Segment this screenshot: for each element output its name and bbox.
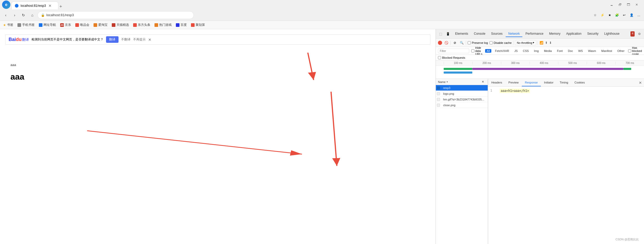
extensions-button[interactable]: 🧩: [614, 12, 620, 18]
home-button[interactable]: ⌂: [29, 11, 36, 19]
new-tab-button[interactable]: +: [59, 4, 62, 9]
request-item-resp3[interactable]: resp3: [436, 85, 488, 91]
translate-close-button[interactable]: ✕: [148, 38, 151, 42]
no-translate-button[interactable]: 不翻译: [121, 37, 131, 42]
tab-response[interactable]: Response: [522, 79, 541, 86]
forward-button[interactable]: ›: [11, 11, 18, 19]
has-blocked-label: Has blocked cooki: [632, 46, 642, 56]
img-icon2: [437, 98, 440, 101]
filter-type-media[interactable]: Media: [542, 49, 553, 53]
back-button[interactable]: ‹: [2, 11, 9, 19]
star2-button[interactable]: ★: [606, 12, 613, 18]
maximize-button[interactable]: 🗗: [617, 2, 623, 8]
request-list: resp3 logo.png: [436, 85, 488, 244]
star-button[interactable]: ☆: [592, 12, 598, 18]
has-blocked-cookies-checkbox[interactable]: Has blocked cooki: [628, 46, 642, 56]
lightning-button[interactable]: ⚡: [599, 12, 605, 18]
response-close-button[interactable]: ✕: [639, 81, 642, 85]
record-button[interactable]: [438, 41, 442, 45]
clear-button[interactable]: 🚫: [444, 40, 449, 45]
bookmark-item-baidu[interactable]: 百度: [176, 23, 187, 27]
response-tabs: Headers Preview Response Initiator Timin…: [488, 79, 644, 87]
search-icon[interactable]: 🔍: [459, 40, 464, 45]
preserve-log-checkbox[interactable]: Preserve log: [468, 41, 488, 44]
bookmark-item-ju[interactable]: 聚划算: [191, 23, 205, 27]
bookmark-item-mobile[interactable]: 手机书签: [17, 23, 35, 27]
bookmark-item-jd[interactable]: JD 京东: [60, 23, 71, 27]
divider2: [466, 41, 466, 45]
tab-sources[interactable]: Sources: [488, 31, 505, 37]
mobile-icon: [17, 23, 21, 27]
bookmark-label: 爱淘宝: [98, 23, 108, 27]
blocked-requests-row: Blocked Requests: [436, 55, 644, 61]
bookmark-item-tmall[interactable]: 天猫精选: [112, 23, 129, 27]
tab-preview[interactable]: Preview: [505, 79, 522, 86]
tab-cookies[interactable]: Cookies: [571, 79, 588, 86]
hide-data-urls-checkbox[interactable]: Hide data URLs: [471, 46, 483, 56]
bookmark-item-games[interactable]: 热门游戏: [154, 23, 172, 27]
inspect-icon[interactable]: ⬚: [438, 31, 443, 37]
filter-type-font[interactable]: Font: [555, 49, 564, 53]
upload-icon[interactable]: ⬆: [545, 41, 548, 45]
tab-timing[interactable]: Timing: [556, 79, 571, 86]
address-bar[interactable]: 🔒 localhost:81/resp3: [38, 11, 194, 19]
tab-lighthouse[interactable]: Lighthouse: [602, 31, 622, 37]
tab-security[interactable]: Security: [585, 31, 601, 37]
filter-type-fetch[interactable]: Fetch/XHR: [493, 49, 511, 53]
filter-type-img[interactable]: Img: [532, 49, 540, 53]
translate-button[interactable]: 翻译: [106, 36, 119, 43]
filter-input[interactable]: [438, 49, 469, 53]
filter-type-ws[interactable]: WS: [577, 49, 584, 53]
download-icon[interactable]: ⬇: [549, 41, 552, 45]
bookmark-item-nav[interactable]: 网址导航: [39, 23, 56, 27]
minimize-button[interactable]: 🗕: [609, 2, 615, 8]
star-icon: ★: [3, 23, 6, 27]
filter-type-manifest[interactable]: Manifest: [600, 49, 614, 53]
bookmarks-bar: ★ 书签 手机书签 网址导航 JD 京东 唯品会 爱淘宝 天猫精选: [0, 21, 644, 29]
tab-console[interactable]: Console: [471, 31, 488, 37]
blocked-requests-checkbox[interactable]: Blocked Requests: [438, 56, 465, 59]
bookmark-item-vip[interactable]: 唯品会: [75, 23, 89, 27]
tab-network[interactable]: Network: [506, 31, 522, 37]
col-close-icon[interactable]: ✕: [480, 80, 485, 84]
filter-type-other[interactable]: Other: [616, 49, 626, 53]
tab-memory[interactable]: Memory: [547, 31, 563, 37]
request-item-hm[interactable]: hm.gif?si=3b231847743b9335...: [436, 97, 488, 102]
tab-elements[interactable]: Elements: [453, 31, 471, 37]
tab-initiator[interactable]: Initiator: [541, 79, 556, 86]
img-icon: [437, 92, 440, 95]
filter-type-all[interactable]: All: [485, 49, 491, 53]
throttling-dropdown[interactable]: No throttling ▾: [515, 40, 536, 45]
close-button[interactable]: ✕: [634, 2, 640, 8]
bookmark-item-star[interactable]: ★ 书签: [3, 23, 13, 27]
profile-button[interactable]: 👤: [628, 12, 635, 18]
tab-performance[interactable]: Performance: [523, 31, 546, 37]
filter-type-doc[interactable]: Doc: [566, 49, 575, 53]
tab-close-button[interactable]: ✕: [48, 3, 52, 8]
disable-cache-checkbox[interactable]: Disable cache: [490, 41, 512, 44]
undo-button[interactable]: ↩: [621, 12, 627, 18]
active-tab[interactable]: localhost:81/resp3 ✕: [11, 2, 58, 9]
tl-bar-blue: [444, 72, 472, 74]
devtools-right-icons: 4 ⚙: [630, 31, 642, 37]
filter-type-css[interactable]: CSS: [521, 49, 530, 53]
bookmark-item-taobao[interactable]: 爱淘宝: [94, 23, 108, 27]
settings-button[interactable]: …: [636, 12, 642, 18]
tab-headers[interactable]: Headers: [488, 79, 505, 86]
device-icon[interactable]: 📱: [445, 31, 450, 37]
no-more-button[interactable]: 不再提示: [133, 37, 146, 42]
bookmark-item-toutiao[interactable]: 东方头条: [133, 23, 150, 27]
restore-button[interactable]: 🗖: [625, 2, 631, 8]
filter-icon[interactable]: ⊘: [452, 40, 457, 45]
request-item-close[interactable]: close.png: [436, 102, 488, 108]
refresh-button[interactable]: ↻: [20, 11, 27, 19]
filter-type-wasm[interactable]: Wasm: [586, 49, 598, 53]
tick-100ms: 100 ms: [444, 62, 472, 64]
request-item-logo[interactable]: logo.png: [436, 91, 488, 97]
wifi-icon[interactable]: 📶: [540, 41, 543, 45]
tab-application[interactable]: Application: [564, 31, 584, 37]
tick-200ms: 200 ms: [472, 62, 501, 64]
settings-icon[interactable]: ⚙: [637, 31, 642, 37]
network-left: Name ▾ ✕ resp3: [436, 79, 488, 244]
filter-type-js[interactable]: JS: [513, 49, 519, 53]
